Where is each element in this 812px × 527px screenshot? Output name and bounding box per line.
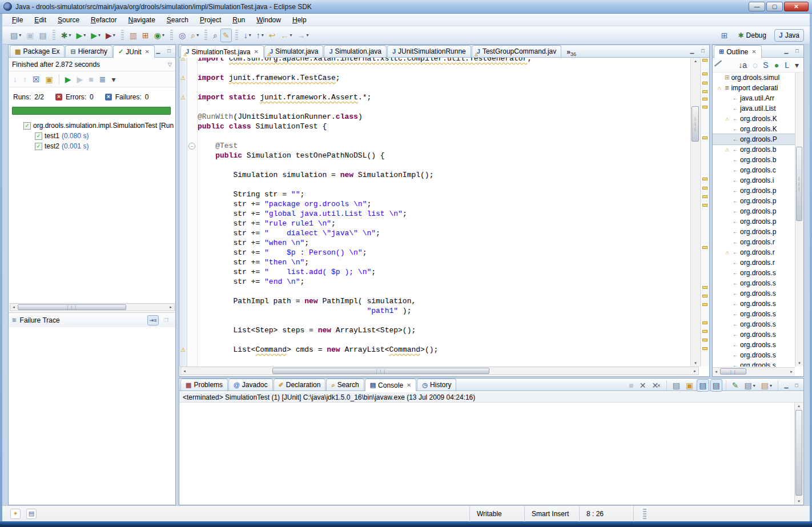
outline-hscrollbar[interactable]: ◂ ▸ ❘❘ xyxy=(713,367,795,376)
forward-button[interactable]: →▾ xyxy=(295,29,311,42)
outline-item[interactable]: ←org.drools.s xyxy=(713,278,795,288)
open-console-button[interactable]: ▤▾ xyxy=(759,379,774,392)
code-line[interactable]: String str = ""; xyxy=(198,190,690,199)
code-line[interactable]: str += "then \n"; xyxy=(198,258,690,267)
outline-item[interactable]: ←org.drools.p xyxy=(713,216,795,227)
outline-item[interactable]: ⚠←org.drools.r xyxy=(713,247,795,258)
scroll-left-icon[interactable]: ◂ xyxy=(181,368,188,375)
warning-overview-mark[interactable] xyxy=(702,347,708,350)
dropdown-arrow-icon[interactable]: ▾ xyxy=(69,33,71,38)
debug-perspective-button[interactable]: ✱ Debug xyxy=(734,29,771,42)
previous-annotation-button[interactable]: ↑▾ xyxy=(254,29,266,42)
code-line[interactable]: str += "global java.util.List list \n"; xyxy=(198,209,690,219)
scrollbar-thumb[interactable] xyxy=(795,410,802,496)
tab-console[interactable]: ▤Console✕ xyxy=(365,379,417,391)
pin-console-button[interactable]: ✎ xyxy=(730,379,741,392)
outline-item[interactable]: ←java.util.List xyxy=(713,103,795,114)
menu-file[interactable]: File xyxy=(7,15,28,25)
hide-static-members-button[interactable]: S xyxy=(761,59,770,71)
outline-item[interactable]: ←org.drools.P xyxy=(713,134,795,144)
warning-marker-icon[interactable]: ⚠ xyxy=(179,94,187,100)
tab-testgroupcommand-jav[interactable]: J⚠TestGroupCommand.jav xyxy=(472,45,562,57)
new-package-button[interactable]: ⊞ xyxy=(140,29,151,42)
dropdown-arrow-icon[interactable]: ▾ xyxy=(98,33,101,38)
tab-junit[interactable]: ✓JUnit✕ xyxy=(113,45,155,58)
outline-item[interactable]: ←org.drools.p xyxy=(713,227,795,237)
menu-navigate[interactable]: Navigate xyxy=(123,15,160,25)
warning-overview-mark[interactable] xyxy=(702,82,708,85)
dropdown-arrow-icon[interactable]: ▾ xyxy=(113,33,115,38)
warning-overview-mark[interactable] xyxy=(702,178,708,180)
warning-overview-mark[interactable] xyxy=(702,246,708,249)
tab-junitsimulationrunne[interactable]: JJUnitSimulationRunne xyxy=(387,45,471,57)
scroll-right-icon[interactable]: ▸ xyxy=(788,368,795,375)
maximize-view-icon[interactable]: □ xyxy=(792,381,801,389)
warning-overview-mark[interactable] xyxy=(702,286,708,289)
stack-filter-icon[interactable]: ⇥≡ xyxy=(147,315,159,325)
back-button[interactable]: ←▾ xyxy=(278,29,294,42)
tab-outline[interactable]: ⊞ Outline ✕ xyxy=(714,45,762,58)
minimize-view-icon[interactable]: ▁ xyxy=(782,47,791,55)
scroll-down-icon[interactable]: ▾ xyxy=(692,360,699,367)
remove-all-terminated-button[interactable]: ✕✕ xyxy=(649,379,662,392)
test-row[interactable]: ✓test2(0.001 s) xyxy=(9,141,175,151)
search-button[interactable]: ⌕▾ xyxy=(188,29,201,42)
code-line[interactable]: str += " dialect \"java\" \n"; xyxy=(198,228,690,238)
tab-declaration[interactable]: ✐Declaration xyxy=(274,379,326,391)
scroll-down-icon[interactable]: ▾ xyxy=(795,498,802,505)
outline-item[interactable]: ←org.drools.p xyxy=(713,206,795,216)
scroll-right-icon[interactable]: ▸ xyxy=(692,368,698,375)
tab-simulator-java[interactable]: J⚠Simulator.java xyxy=(264,45,324,57)
warning-overview-mark[interactable] xyxy=(702,90,708,93)
code-line[interactable]: "path1" ); xyxy=(198,306,690,316)
tab-simulationtest-java[interactable]: J⚠SimulationTest.java✕ xyxy=(180,45,264,58)
outline-item[interactable]: ←org.drools.p xyxy=(713,186,795,196)
editor-hscrollbar[interactable]: ◂ ▸ ❘❘❘ xyxy=(180,367,699,375)
warning-overview-mark[interactable] xyxy=(702,73,708,75)
outline-item[interactable]: ←org.drools.s xyxy=(713,340,795,350)
outline-item[interactable]: ←org.drools.i xyxy=(713,175,795,186)
menu-run[interactable]: Run xyxy=(227,15,250,25)
code-line[interactable] xyxy=(198,131,690,141)
outline-view-menu-button[interactable]: ▾ xyxy=(793,59,801,71)
rerun-test-button[interactable]: ▶ xyxy=(63,73,74,86)
code-line[interactable]: Simulation simulation = new SimulationIm… xyxy=(198,170,690,180)
scroll-down-icon[interactable]: ▾ xyxy=(796,360,803,367)
outline-item[interactable]: ⚠←org.drools.K xyxy=(713,114,795,124)
minimize-window-button[interactable]: — xyxy=(749,2,765,11)
code-line[interactable] xyxy=(198,160,690,170)
code-line[interactable]: import static junit.framework.Assert.*; xyxy=(198,92,690,102)
outline-item[interactable]: ←org.drools.s xyxy=(713,268,795,278)
dropdown-arrow-icon[interactable]: ▾ xyxy=(290,33,292,38)
code-line[interactable] xyxy=(198,180,690,190)
mark-occurrences-button[interactable]: ✎ xyxy=(220,29,232,42)
outline-vscrollbar[interactable]: ❘❘❘ ▾ xyxy=(795,73,803,367)
test-hierarchy-button[interactable]: ≣ xyxy=(97,73,108,86)
code-line[interactable]: import junit.framework.TestCase; xyxy=(198,73,690,83)
collapse-icon[interactable]: − xyxy=(188,143,195,150)
display-selected-console-button[interactable]: ▤▾ xyxy=(742,379,758,392)
outline-item[interactable]: ←java.util.Arr xyxy=(713,93,795,103)
code-line[interactable]: import com.sun.org.apache.xalan.internal… xyxy=(198,58,690,63)
failure-trace-body[interactable] xyxy=(9,327,175,505)
warning-overview-mark[interactable] xyxy=(702,303,708,306)
run-configurations-button[interactable]: ▶▾ xyxy=(89,29,103,42)
warning-marker-icon[interactable]: ⚠ xyxy=(179,58,187,62)
dropdown-arrow-icon[interactable]: ▾ xyxy=(262,33,264,38)
tab-hierarchy[interactable]: ⊟Hierarchy xyxy=(65,45,112,57)
outline-item[interactable]: ⚠←org.drools.b xyxy=(713,144,795,155)
maximize-view-icon[interactable]: □ xyxy=(793,47,802,55)
restore-window-button[interactable]: ▢ xyxy=(766,2,783,11)
scroll-up-icon[interactable]: ▴ xyxy=(795,403,802,409)
code-line[interactable] xyxy=(198,316,690,325)
minimize-view-icon[interactable]: ▁ xyxy=(154,47,163,55)
outline-item[interactable]: ←org.drools.r xyxy=(713,237,795,247)
hide-fields-button[interactable]: ◌ xyxy=(750,59,759,71)
warning-overview-mark[interactable] xyxy=(702,195,708,198)
minimize-view-icon[interactable]: ▁ xyxy=(782,381,791,389)
outline-item[interactable]: ←org.drools.c xyxy=(713,165,795,175)
junit-tree-hscrollbar[interactable]: ◂ ▸ ❘❘❘ xyxy=(10,303,175,311)
more-tabs-chevron[interactable]: »36 xyxy=(566,48,576,57)
scrollbar-thumb[interactable]: ❘❘❘ xyxy=(692,106,699,142)
show-failures-only-button[interactable]: ☒ xyxy=(30,73,42,86)
